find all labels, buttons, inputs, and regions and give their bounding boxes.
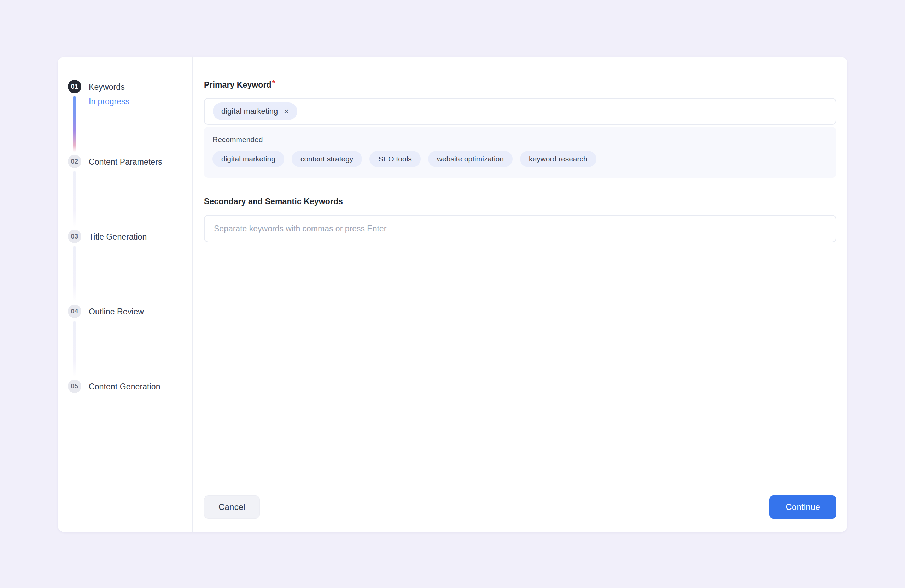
suggestion-chip-keyword-research[interactable]: keyword research: [520, 151, 596, 167]
stepper-step-keywords[interactable]: 01 Keywords In progress: [68, 80, 192, 155]
step-rail: 03: [68, 230, 81, 243]
stepper-step-title-generation[interactable]: 03 Title Generation: [68, 230, 192, 304]
wizard-stepper-sidebar: 01 Keywords In progress 02 Content Param…: [58, 57, 193, 532]
primary-keyword-label: Primary Keyword*: [204, 78, 837, 90]
secondary-keywords-label: Secondary and Semantic Keywords: [204, 197, 837, 206]
primary-keyword-label-text: Primary Keyword: [204, 80, 272, 89]
recommended-keywords-panel: Recommended digital marketing content st…: [204, 127, 837, 178]
step-connector-line: [73, 171, 76, 227]
step-connector-line: [73, 246, 76, 302]
wizard-footer: Cancel Continue: [204, 482, 837, 519]
selected-keyword-tag: digital marketing ×: [213, 103, 297, 120]
step-number-badge: 03: [68, 230, 81, 243]
step-number-badge: 05: [68, 379, 81, 393]
step-connector-line: [73, 321, 76, 377]
recommended-label: Recommended: [213, 135, 828, 144]
content-wizard-card: 01 Keywords In progress 02 Content Param…: [58, 57, 847, 532]
required-asterisk: *: [272, 78, 275, 87]
suggestion-chip-website-optimization[interactable]: website optimization: [428, 151, 513, 167]
step-status-text: In progress: [89, 97, 129, 106]
stepper-step-content-generation[interactable]: 05 Content Generation: [68, 379, 192, 393]
step-rail: 01: [68, 80, 81, 93]
step-rail: 04: [68, 304, 81, 318]
step-label: Keywords: [89, 82, 129, 92]
step-number-badge: 04: [68, 304, 81, 318]
step-label: Content Parameters: [89, 157, 162, 167]
selected-keyword-text: digital marketing: [221, 107, 278, 116]
suggestion-chip-digital-marketing[interactable]: digital marketing: [213, 151, 284, 167]
suggestion-chip-row: digital marketing content strategy SEO t…: [213, 151, 828, 167]
step-number-badge: 01: [68, 80, 81, 93]
remove-tag-icon[interactable]: ×: [284, 107, 289, 116]
continue-button[interactable]: Continue: [769, 495, 837, 519]
step-connector-line: [73, 96, 76, 152]
suggestion-chip-seo-tools[interactable]: SEO tools: [370, 151, 421, 167]
step-label: Title Generation: [89, 232, 147, 242]
secondary-keywords-input[interactable]: [204, 215, 837, 242]
step-rail: 05: [68, 379, 81, 393]
keywords-step-panel: Primary Keyword* digital marketing × Rec…: [193, 57, 847, 532]
stepper-step-content-parameters[interactable]: 02 Content Parameters: [68, 155, 192, 230]
secondary-keywords-section: Secondary and Semantic Keywords: [204, 197, 837, 242]
suggestion-chip-content-strategy[interactable]: content strategy: [292, 151, 362, 167]
step-rail: 02: [68, 155, 81, 168]
stepper-step-outline-review[interactable]: 04 Outline Review: [68, 304, 192, 379]
step-label: Outline Review: [89, 307, 144, 317]
step-label: Content Generation: [89, 382, 160, 391]
primary-keyword-input[interactable]: digital marketing ×: [204, 98, 837, 125]
cancel-button[interactable]: Cancel: [204, 495, 260, 519]
step-number-badge: 02: [68, 155, 81, 168]
